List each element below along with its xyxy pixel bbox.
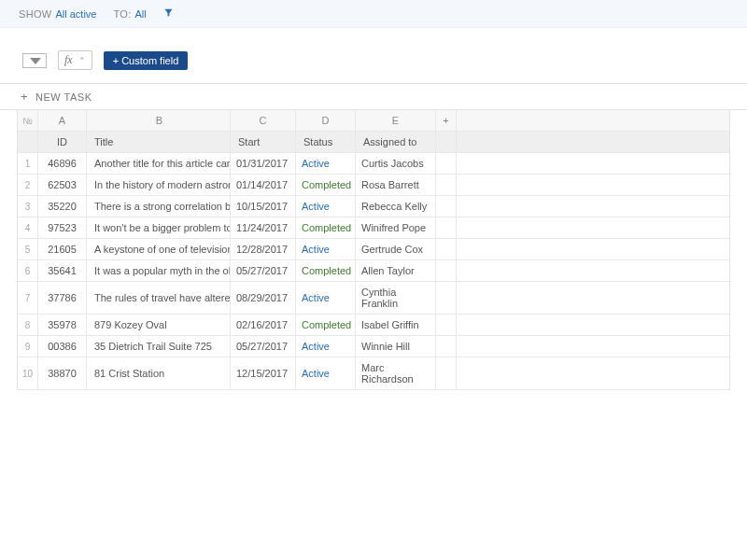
cell-status[interactable]: Active: [296, 239, 356, 259]
cell-status[interactable]: Active: [296, 336, 356, 357]
new-task-button[interactable]: + NEW TASK: [0, 83, 747, 110]
funnel-icon[interactable]: [163, 7, 174, 20]
cell-id[interactable]: 35978: [38, 315, 87, 335]
cell-extra: [436, 282, 457, 314]
cell-status[interactable]: Completed: [296, 175, 356, 195]
sort-dropdown-icon[interactable]: [22, 53, 47, 68]
cell-assigned[interactable]: Allen Taylor: [356, 260, 436, 281]
cell-assigned[interactable]: Marc Richardson: [356, 357, 436, 389]
cell-start[interactable]: 05/27/2017: [231, 260, 296, 281]
table-row[interactable]: 335220There is a strong correlation betw…: [18, 196, 729, 217]
cell-status[interactable]: Active: [296, 153, 356, 174]
cell-spacer: [457, 217, 729, 238]
cell-start[interactable]: 05/27/2017: [231, 336, 296, 357]
cell-status[interactable]: Active: [296, 357, 356, 389]
toolbar: fx ⌃ + Custom field: [0, 41, 747, 79]
col-letter-b[interactable]: B: [87, 110, 231, 131]
cell-id[interactable]: 35220: [38, 196, 87, 217]
cell-status[interactable]: Active: [296, 196, 356, 217]
col-spacer: [457, 110, 729, 131]
formula-button[interactable]: fx ⌃: [58, 50, 92, 70]
header-start[interactable]: Start: [231, 132, 296, 152]
cell-assigned[interactable]: Winifred Pope: [356, 217, 436, 238]
cell-start[interactable]: 12/28/2017: [231, 239, 296, 259]
cell-status[interactable]: Active: [296, 282, 356, 314]
cell-extra: [436, 175, 457, 195]
cell-spacer: [457, 260, 729, 281]
table-row[interactable]: 521605A keystone of one of television's …: [18, 239, 729, 260]
cell-assigned[interactable]: Rebecca Kelly: [356, 196, 436, 217]
cell-status[interactable]: Completed: [296, 315, 356, 335]
cell-assigned[interactable]: Rosa Barrett: [356, 175, 436, 195]
cell-start[interactable]: 11/24/2017: [231, 217, 296, 238]
header-assigned[interactable]: Assigned to: [356, 132, 436, 152]
table-row[interactable]: 103887081 Crist Station12/15/2017ActiveM…: [18, 357, 729, 390]
header-num: [18, 132, 38, 152]
cell-spacer: [457, 196, 729, 217]
cell-start[interactable]: 12/15/2017: [231, 357, 296, 389]
header-spacer: [457, 132, 729, 152]
cell-assigned[interactable]: Cynthia Franklin: [356, 282, 436, 314]
cell-id[interactable]: 37786: [38, 282, 87, 314]
col-letter-d[interactable]: D: [296, 110, 356, 131]
add-column-button[interactable]: +: [436, 110, 457, 131]
task-grid: № A B C D E + ID Title Start Status Assi…: [17, 110, 730, 390]
cell-id[interactable]: 00386: [38, 336, 87, 357]
cell-title[interactable]: 35 Dietrich Trail Suite 725: [87, 336, 231, 357]
cell-title[interactable]: It was a popular myth in the old city wh…: [87, 260, 231, 281]
row-number: 4: [18, 217, 38, 238]
row-number: 6: [18, 260, 38, 281]
row-number-header: №: [18, 110, 38, 131]
table-row[interactable]: 497523It won't be a bigger problem to in…: [18, 217, 729, 239]
table-row[interactable]: 90038635 Dietrich Trail Suite 72505/27/2…: [18, 336, 729, 357]
cell-title[interactable]: There is a strong correlation between po…: [87, 196, 231, 217]
row-number: 5: [18, 239, 38, 259]
table-row[interactable]: 262503In the history of modern astron Mi…: [18, 175, 729, 196]
cell-title[interactable]: 879 Kozey Oval: [87, 315, 231, 335]
cell-assigned[interactable]: Isabel Griffin: [356, 315, 436, 335]
cell-start[interactable]: 01/31/2017: [231, 153, 296, 174]
cell-id[interactable]: 35641: [38, 260, 87, 281]
cell-id[interactable]: 97523: [38, 217, 87, 238]
table-row[interactable]: 635641It was a popular myth in the old c…: [18, 260, 729, 282]
header-status[interactable]: Status: [296, 132, 356, 152]
cell-start[interactable]: 02/16/2017: [231, 315, 296, 335]
table-row[interactable]: 835978879 Kozey Oval02/16/2017CompletedI…: [18, 315, 729, 336]
cell-start[interactable]: 08/29/2017: [231, 282, 296, 314]
cell-extra: [436, 196, 457, 217]
header-id[interactable]: ID: [38, 132, 87, 152]
cell-assigned[interactable]: Winnie Hill: [356, 336, 436, 357]
col-letter-a[interactable]: A: [38, 110, 87, 131]
cell-id[interactable]: 46896: [38, 153, 87, 174]
cell-assigned[interactable]: Gertrude Cox: [356, 239, 436, 259]
cell-title[interactable]: Another title for this article can: [87, 153, 231, 174]
table-row[interactable]: 146896Another title for this article can…: [18, 153, 729, 175]
cell-status[interactable]: Completed: [296, 217, 356, 238]
cell-status[interactable]: Completed: [296, 260, 356, 281]
cell-title[interactable]: In the history of modern astron Mike was…: [87, 175, 231, 195]
cell-spacer: [457, 357, 729, 389]
cell-extra: [436, 239, 457, 259]
header-title[interactable]: Title: [87, 132, 231, 152]
table-row[interactable]: 737786The rules of travel have altered t…: [18, 282, 729, 315]
filter-show[interactable]: SHOW All active: [19, 8, 96, 20]
cell-assigned[interactable]: Curtis Jacobs: [356, 153, 436, 174]
filter-to-label: TO:: [113, 8, 131, 20]
cell-spacer: [457, 175, 729, 195]
cell-id[interactable]: 38870: [38, 357, 87, 389]
col-letter-e[interactable]: E: [356, 110, 436, 131]
cell-extra: [436, 315, 457, 335]
cell-start[interactable]: 01/14/2017: [231, 175, 296, 195]
custom-field-button[interactable]: + Custom field: [104, 51, 189, 70]
cell-title[interactable]: 81 Crist Station: [87, 357, 231, 389]
cell-title[interactable]: A keystone of one of television's misson…: [87, 239, 231, 259]
cell-extra: [436, 336, 457, 357]
row-number: 8: [18, 315, 38, 335]
cell-start[interactable]: 10/15/2017: [231, 196, 296, 217]
cell-title[interactable]: It won't be a bigger problem to increase…: [87, 217, 231, 238]
cell-id[interactable]: 62503: [38, 175, 87, 195]
col-letter-c[interactable]: C: [231, 110, 296, 131]
cell-id[interactable]: 21605: [38, 239, 87, 259]
cell-title[interactable]: The rules of travel have altered to what…: [87, 282, 231, 314]
filter-to[interactable]: TO: All: [113, 8, 146, 20]
